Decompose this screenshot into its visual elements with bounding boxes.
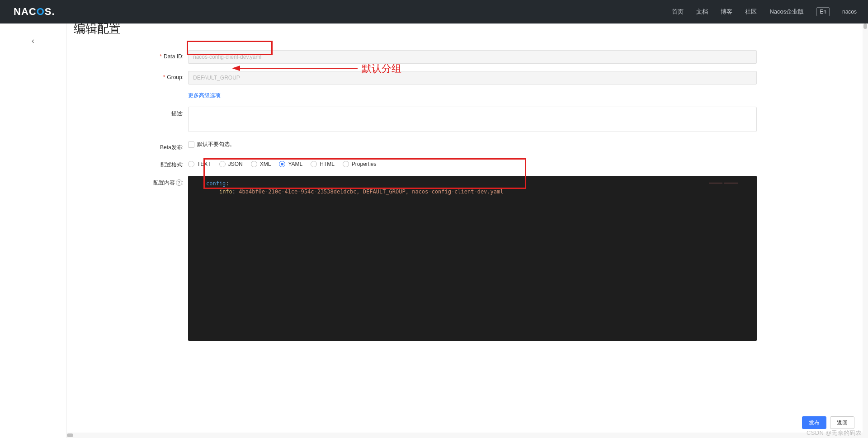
row-format: 配置格式: TEXT JSON XML YAML HTML Properties <box>67 159 863 169</box>
app-header: NACOS. 首页 文档 博客 社区 Nacos企业版 En nacos <box>0 0 868 24</box>
page-title: 编辑配置 <box>74 24 863 37</box>
beta-hint: 默认不要勾选。 <box>197 141 235 148</box>
more-options-link[interactable]: 更多高级选项 <box>188 92 221 99</box>
logo: NACOS. <box>14 6 55 18</box>
format-text[interactable]: TEXT <box>188 161 211 167</box>
page-body: ‹ 编辑配置 *Data ID: *Group: 更多高级选项 <box>0 24 868 438</box>
group-input[interactable] <box>188 71 757 85</box>
beta-checkbox[interactable]: 默认不要勾选。 <box>188 141 235 148</box>
minimap-icon <box>709 178 754 180</box>
label-group: *Group: <box>67 71 188 80</box>
lang-toggle[interactable]: En <box>816 7 830 16</box>
main-content: 编辑配置 *Data ID: *Group: 更多高级选项 <box>67 24 863 438</box>
user-name[interactable]: nacos <box>842 9 857 15</box>
row-dataid: *Data ID: <box>67 50 863 64</box>
nav-community[interactable]: 社区 <box>745 8 757 16</box>
nav-home[interactable]: 首页 <box>672 8 684 16</box>
row-group: *Group: <box>67 71 863 85</box>
desc-textarea[interactable] <box>188 107 757 132</box>
label-content: 配置内容?: <box>67 176 188 187</box>
format-properties[interactable]: Properties <box>343 161 377 167</box>
publish-button[interactable]: 发布 <box>802 416 826 429</box>
config-form: *Data ID: *Group: 更多高级选项 描述: <box>67 50 863 341</box>
label-dataid: *Data ID: <box>67 50 188 60</box>
help-icon[interactable]: ? <box>176 179 182 186</box>
row-beta: Beta发布: 默认不要勾选。 <box>67 141 863 151</box>
footer-actions: 发布 返回 <box>802 416 854 429</box>
vertical-scrollbar[interactable] <box>863 24 868 438</box>
row-desc: 描述: <box>67 107 863 133</box>
nav-enterprise[interactable]: Nacos企业版 <box>769 8 804 16</box>
label-format: 配置格式: <box>67 159 188 169</box>
sidebar-collapse-icon[interactable]: ‹ <box>0 24 66 46</box>
horizontal-scrollbar[interactable] <box>67 433 863 438</box>
format-html[interactable]: HTML <box>311 161 335 167</box>
nav-blog[interactable]: 博客 <box>721 8 732 16</box>
label-desc: 描述: <box>67 107 188 118</box>
content-editor[interactable]: config: info: 4ba4bf0e-210c-41ce-954c-23… <box>188 176 757 341</box>
watermark: CSDN @无奈的码农 <box>807 429 862 437</box>
row-content: 配置内容?: config: info: 4ba4bf0e-210c-41ce-… <box>67 176 863 341</box>
format-json[interactable]: JSON <box>219 161 243 167</box>
format-yaml[interactable]: YAML <box>279 161 302 167</box>
dataid-input[interactable] <box>188 50 757 64</box>
sidebar: ‹ <box>0 24 67 438</box>
label-beta: Beta发布: <box>67 141 188 151</box>
top-nav: 首页 文档 博客 社区 Nacos企业版 En nacos <box>672 7 857 16</box>
format-radio-group: TEXT JSON XML YAML HTML Properties <box>188 159 757 167</box>
row-more: 更多高级选项 <box>67 92 863 99</box>
back-button[interactable]: 返回 <box>830 416 854 429</box>
format-xml[interactable]: XML <box>251 161 271 167</box>
nav-docs[interactable]: 文档 <box>696 8 708 16</box>
